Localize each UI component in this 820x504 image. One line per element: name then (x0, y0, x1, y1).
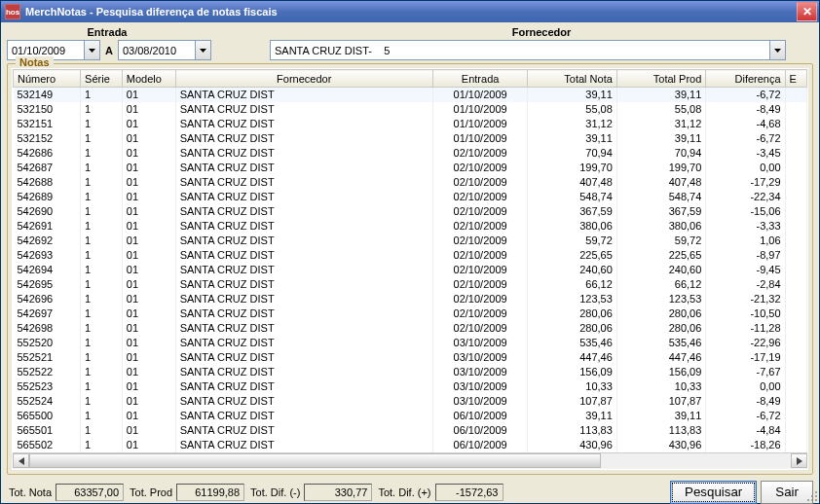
cell-numero: 532149 (14, 88, 81, 102)
cell-total-prod: 280,06 (616, 306, 705, 321)
cell-total-nota: 199,70 (528, 161, 616, 175)
cell-total-nota: 59,72 (528, 234, 616, 248)
table-row[interactable]: 542696101SANTA CRUZ DIST02/10/2009123,53… (14, 292, 807, 306)
cell-extra (785, 204, 806, 219)
cell-entrada: 01/10/2009 (432, 88, 528, 102)
cell-fornecedor: SANTA CRUZ DIST (175, 131, 432, 146)
tot-dif-neg-label: Tot. Dif. (-) (250, 486, 300, 498)
col-modelo[interactable]: Modelo (122, 70, 175, 88)
cell-diferenca: -8,49 (706, 394, 785, 409)
cell-serie: 1 (81, 277, 123, 292)
cell-diferenca: -6,72 (706, 131, 785, 146)
resize-grip[interactable] (805, 489, 819, 503)
table-row[interactable]: 542697101SANTA CRUZ DIST02/10/2009280,06… (14, 306, 807, 321)
date-from-dropdown[interactable] (84, 41, 99, 59)
cell-fornecedor: SANTA CRUZ DIST (175, 277, 432, 292)
table-row[interactable]: 552523101SANTA CRUZ DIST03/10/200910,331… (14, 379, 807, 394)
table-row[interactable]: 542694101SANTA CRUZ DIST02/10/2009240,60… (14, 263, 807, 277)
cell-fornecedor: SANTA CRUZ DIST (175, 336, 432, 350)
table-row[interactable]: 542686101SANTA CRUZ DIST02/10/200970,947… (14, 146, 807, 161)
table-row[interactable]: 542695101SANTA CRUZ DIST02/10/200966,126… (14, 277, 807, 292)
hscroll-left[interactable] (13, 453, 29, 468)
fornecedor-dropdown[interactable] (769, 41, 785, 59)
cell-total-prod: 199,70 (616, 161, 705, 175)
table-row[interactable]: 542698101SANTA CRUZ DIST02/10/2009280,06… (14, 321, 807, 336)
table-row[interactable]: 542691101SANTA CRUZ DIST02/10/2009380,06… (14, 219, 807, 234)
horizontal-scrollbar[interactable] (13, 452, 807, 469)
col-entrada[interactable]: Entrada (432, 70, 528, 88)
table-row[interactable]: 552520101SANTA CRUZ DIST03/10/2009535,46… (14, 336, 807, 350)
cell-fornecedor: SANTA CRUZ DIST (175, 190, 432, 204)
table-row[interactable]: 532152101SANTA CRUZ DIST01/10/200939,113… (14, 131, 807, 146)
table-row[interactable]: 565502101SANTA CRUZ DIST06/10/2009430,96… (14, 438, 807, 452)
col-total-nota[interactable]: Total Nota (528, 70, 616, 88)
cell-diferenca: -3,33 (706, 219, 785, 234)
cell-total-nota: 367,59 (528, 204, 616, 219)
hscroll-right[interactable] (791, 453, 807, 468)
cell-diferenca: -18,26 (706, 438, 785, 452)
table-row[interactable]: 552524101SANTA CRUZ DIST03/10/2009107,87… (14, 394, 807, 409)
table-row[interactable]: 532149101SANTA CRUZ DIST01/10/200939,113… (14, 88, 807, 102)
cell-serie: 1 (81, 263, 123, 277)
cell-fornecedor: SANTA CRUZ DIST (175, 306, 432, 321)
cell-extra (785, 102, 806, 117)
tot-dif-pos-value: -1572,63 (435, 484, 503, 501)
cell-numero: 552521 (14, 350, 81, 365)
cell-total-nota: 430,96 (528, 438, 616, 452)
cell-serie: 1 (81, 161, 123, 175)
cell-total-prod: 123,53 (616, 292, 705, 306)
table-row[interactable]: 565501101SANTA CRUZ DIST06/10/2009113,83… (14, 423, 807, 438)
table-row[interactable]: 532151101SANTA CRUZ DIST01/10/200931,123… (14, 117, 807, 131)
cell-extra (785, 146, 806, 161)
hscroll-track[interactable] (29, 453, 791, 468)
cell-diferenca: -6,72 (706, 409, 785, 423)
col-serie[interactable]: Série (81, 70, 123, 88)
cell-modelo: 01 (122, 292, 175, 306)
col-numero[interactable]: Número (14, 70, 81, 88)
cell-modelo: 01 (122, 117, 175, 131)
table-row[interactable]: 552522101SANTA CRUZ DIST03/10/2009156,09… (14, 365, 807, 379)
cell-fornecedor: SANTA CRUZ DIST (175, 117, 432, 131)
cell-total-nota: 225,65 (528, 248, 616, 263)
cell-total-nota: 39,11 (528, 131, 616, 146)
table-row[interactable]: 542689101SANTA CRUZ DIST02/10/2009548,74… (14, 190, 807, 204)
date-to-value: 03/08/2010 (119, 45, 195, 56)
cell-total-nota: 31,12 (528, 117, 616, 131)
grid-scroll[interactable]: Número Série Modelo Fornecedor Entrada T… (13, 69, 807, 452)
table-row[interactable]: 542693101SANTA CRUZ DIST02/10/2009225,65… (14, 248, 807, 263)
fornecedor-combo[interactable]: SANTA CRUZ DIST- 5 (270, 40, 786, 60)
cell-fornecedor: SANTA CRUZ DIST (175, 102, 432, 117)
col-total-prod[interactable]: Total Prod (616, 70, 705, 88)
grid-container: Número Série Modelo Fornecedor Entrada T… (12, 68, 808, 470)
col-fornecedor[interactable]: Fornecedor (175, 70, 432, 88)
cell-diferenca: -10,50 (706, 306, 785, 321)
table-row[interactable]: 542687101SANTA CRUZ DIST02/10/2009199,70… (14, 161, 807, 175)
cell-modelo: 01 (122, 204, 175, 219)
cell-modelo: 01 (122, 394, 175, 409)
table-row[interactable]: 565500101SANTA CRUZ DIST06/10/200939,113… (14, 409, 807, 423)
hscroll-thumb[interactable] (29, 453, 601, 468)
cell-serie: 1 (81, 365, 123, 379)
cell-extra (785, 321, 806, 336)
tot-dif-pos-label: Tot. Dif. (+) (378, 486, 430, 498)
cell-serie: 1 (81, 336, 123, 350)
table-row[interactable]: 552521101SANTA CRUZ DIST03/10/2009447,46… (14, 350, 807, 365)
cell-entrada: 03/10/2009 (432, 365, 528, 379)
table-header-row: Número Série Modelo Fornecedor Entrada T… (14, 70, 807, 88)
date-to-dropdown[interactable] (195, 41, 210, 59)
col-extra[interactable]: E (785, 70, 806, 88)
cell-numero: 552520 (14, 336, 81, 350)
table-row[interactable]: 542688101SANTA CRUZ DIST02/10/2009407,48… (14, 175, 807, 190)
cell-numero: 552524 (14, 394, 81, 409)
pesquisar-button[interactable]: Pesquisar (670, 481, 757, 504)
table-row[interactable]: 542690101SANTA CRUZ DIST02/10/2009367,59… (14, 204, 807, 219)
cell-total-nota: 380,06 (528, 219, 616, 234)
cell-numero: 542692 (14, 234, 81, 248)
close-button[interactable]: ✕ (797, 2, 817, 21)
table-row[interactable]: 532150101SANTA CRUZ DIST01/10/200955,085… (14, 102, 807, 117)
table-row[interactable]: 542692101SANTA CRUZ DIST02/10/200959,725… (14, 234, 807, 248)
date-to-field[interactable]: 03/08/2010 (118, 40, 211, 60)
cell-serie: 1 (81, 175, 123, 190)
col-diferenca[interactable]: Diferença (706, 70, 785, 88)
content: Entrada 01/10/2009 A 03/08/2010 (1, 22, 819, 504)
